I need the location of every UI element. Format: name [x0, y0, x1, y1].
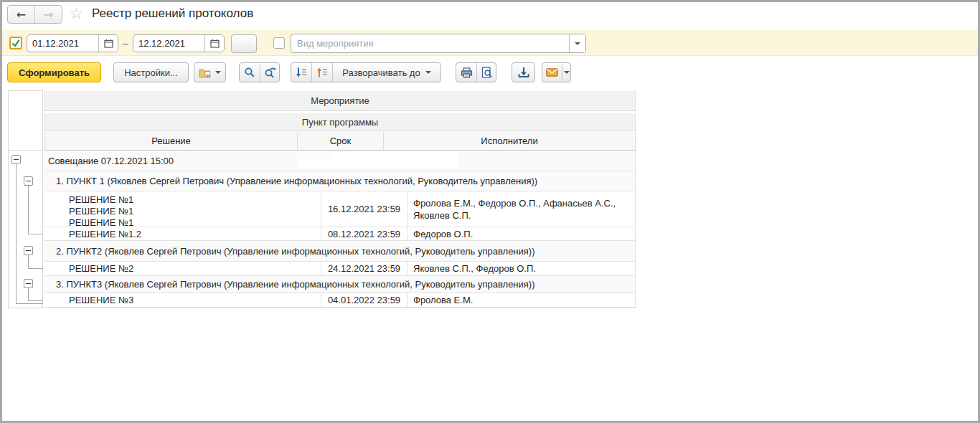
- favorite-star-icon[interactable]: ☆: [70, 5, 83, 22]
- event-type-dropdown-button[interactable]: [569, 34, 585, 52]
- executors-cell: Яковлев С.П., Федоров О.П.: [407, 262, 636, 275]
- header-deadline: Срок: [298, 132, 384, 150]
- decision-cell: РЕШЕНИЕ №3: [44, 293, 321, 307]
- tree-line: [16, 164, 17, 303]
- settings-button[interactable]: Настройки...: [113, 62, 189, 82]
- search-icon: [244, 67, 255, 78]
- header-program-item-label: Пункт программы: [302, 117, 378, 128]
- forward-button[interactable]: →: [34, 6, 62, 23]
- app-window: ← → ☆ Реестр решений протоколов 01.12.20…: [0, 0, 980, 423]
- deadline-cell: 08.12.2021 23:59: [321, 227, 407, 240]
- item-group-label: 2. ПУНКТ2 (Яковлев Сергей Петрович (Упра…: [56, 246, 535, 257]
- expand-to-button[interactable]: Разворачивать до: [332, 63, 440, 82]
- generate-button[interactable]: Сформировать: [7, 62, 101, 82]
- tree-line: [16, 303, 43, 304]
- report-variants-icon: [199, 67, 212, 78]
- blank-quick-button[interactable]: [231, 34, 257, 53]
- decision-cell: РЕШЕНИЕ №1.2: [44, 227, 321, 240]
- tree-expander-item1[interactable]: [24, 176, 33, 186]
- table-row-item-group[interactable]: 1. ПУНКТ 1 (Яковлев Сергей Петрович (Упр…: [44, 171, 636, 191]
- executors-cell: Фролова Е.М.: [407, 293, 636, 307]
- email-dropdown-button[interactable]: [562, 63, 570, 82]
- decision-cell: РЕШЕНИЕ №1 РЕШЕНИЕ №1 РЕШЕНИЕ №1: [44, 191, 321, 227]
- history-nav-group: ← →: [7, 5, 62, 24]
- deadline-cell: 16.12.2021 23:59: [321, 191, 407, 227]
- header-decision: Решение: [45, 132, 298, 150]
- tree-expander-item3[interactable]: [24, 279, 33, 288]
- expand-all-icon: [296, 67, 307, 78]
- table-row-decision[interactable]: РЕШЕНИЕ №1.2 08.12.2021 23:59 Федоров О.…: [44, 227, 636, 241]
- header-event: Мероприятие: [44, 91, 636, 111]
- email-button-group: [542, 62, 571, 82]
- search-repeat-icon: [264, 67, 276, 78]
- decision-line: РЕШЕНИЕ №1: [69, 206, 133, 217]
- save-button[interactable]: [512, 62, 535, 82]
- date-to-calendar-button[interactable]: [204, 35, 224, 52]
- header-program-item: Пункт программы: [44, 113, 636, 131]
- chevron-down-icon: [425, 71, 431, 74]
- collapse-all-button[interactable]: [311, 63, 332, 82]
- table-row-decision[interactable]: РЕШЕНИЕ №1 РЕШЕНИЕ №1 РЕШЕНИЕ №1 16.12.2…: [44, 191, 636, 227]
- left-arrow-icon: ←: [17, 8, 26, 22]
- period-checkbox[interactable]: [9, 37, 22, 49]
- deadline-cell: 24.12.2021 23:59: [321, 262, 407, 275]
- event-type-field[interactable]: Вид мероприятия: [291, 34, 586, 53]
- tree-line: [28, 186, 29, 234]
- search-next-button[interactable]: [260, 63, 279, 82]
- redacted-area: [299, 159, 331, 168]
- date-from-value: 01.12.2021: [27, 38, 98, 49]
- tree-line: [28, 288, 29, 300]
- event-type-checkbox[interactable]: [273, 37, 285, 49]
- item-group-label: 3. ПУНКТ3 (Яковлев Сергей Петрович (Упра…: [56, 279, 535, 290]
- expand-all-button[interactable]: [291, 63, 311, 82]
- date-from-calendar-button[interactable]: [98, 35, 118, 52]
- expand-to-label: Разворачивать до: [342, 67, 420, 78]
- table-row-item-group[interactable]: 2. ПУНКТ2 (Яковлев Сергей Петрович (Упра…: [44, 241, 636, 262]
- redacted-area: [331, 152, 459, 168]
- expand-button-group: Разворачивать до: [291, 62, 441, 82]
- table-row-decision[interactable]: РЕШЕНИЕ №2 24.12.2021 23:59 Яковлев С.П.…: [44, 262, 636, 276]
- header-columns-row: Решение Срок Исполнители: [44, 132, 636, 151]
- chevron-down-icon: [215, 71, 221, 74]
- search-button[interactable]: [240, 63, 260, 82]
- email-button[interactable]: [542, 63, 562, 82]
- date-to-value: 12.12.2021: [133, 38, 204, 49]
- decision-line: РЕШЕНИЕ №1: [69, 194, 133, 206]
- decision-cell: РЕШЕНИЕ №2: [44, 262, 321, 275]
- print-preview-button[interactable]: [476, 63, 496, 82]
- save-icon: [518, 67, 529, 78]
- minus-icon: [14, 159, 19, 160]
- grid-gutter-header: [8, 90, 43, 151]
- minus-icon: [26, 250, 31, 251]
- checkmark-icon: [11, 38, 21, 48]
- chevron-down-icon: [575, 42, 580, 45]
- calendar-icon: [210, 39, 220, 48]
- date-to-field[interactable]: 12.12.2021: [133, 34, 225, 52]
- tree-expander-item2[interactable]: [24, 246, 33, 255]
- report-variants-button[interactable]: [194, 62, 226, 82]
- collapse-all-icon: [316, 67, 328, 78]
- print-button-group: [456, 62, 496, 82]
- meeting-group-label: Совещание 07.12.2021 15:00: [48, 156, 174, 166]
- back-button[interactable]: ←: [8, 6, 34, 23]
- print-button[interactable]: [456, 63, 476, 82]
- tree-line: [28, 234, 43, 234]
- tree-expander-meeting[interactable]: [11, 155, 21, 164]
- decision-line: РЕШЕНИЕ №1: [69, 217, 133, 227]
- right-arrow-icon: →: [44, 8, 53, 22]
- header-executors: Исполнители: [384, 132, 635, 150]
- date-from-field[interactable]: 01.12.2021: [27, 34, 118, 52]
- generate-button-label: Сформировать: [19, 67, 90, 78]
- calendar-icon: [104, 39, 113, 48]
- table-row-item-group[interactable]: 3. ПУНКТ3 (Яковлев Сергей Петрович (Упра…: [44, 276, 636, 293]
- deadline-cell: 04.01.2022 23:59: [321, 293, 407, 307]
- minus-icon: [26, 283, 31, 284]
- executors-cell: Федоров О.П.: [407, 227, 636, 240]
- tree-line: [28, 300, 43, 301]
- date-range-dash: –: [123, 37, 128, 49]
- table-row-decision[interactable]: РЕШЕНИЕ №3 04.01.2022 23:59 Фролова Е.М.: [44, 293, 636, 308]
- print-icon: [461, 67, 473, 78]
- executors-cell: Фролова Е.М., Федоров О.П., Афанасьев А.…: [407, 191, 636, 227]
- print-preview-icon: [481, 67, 492, 78]
- minus-icon: [26, 181, 31, 181]
